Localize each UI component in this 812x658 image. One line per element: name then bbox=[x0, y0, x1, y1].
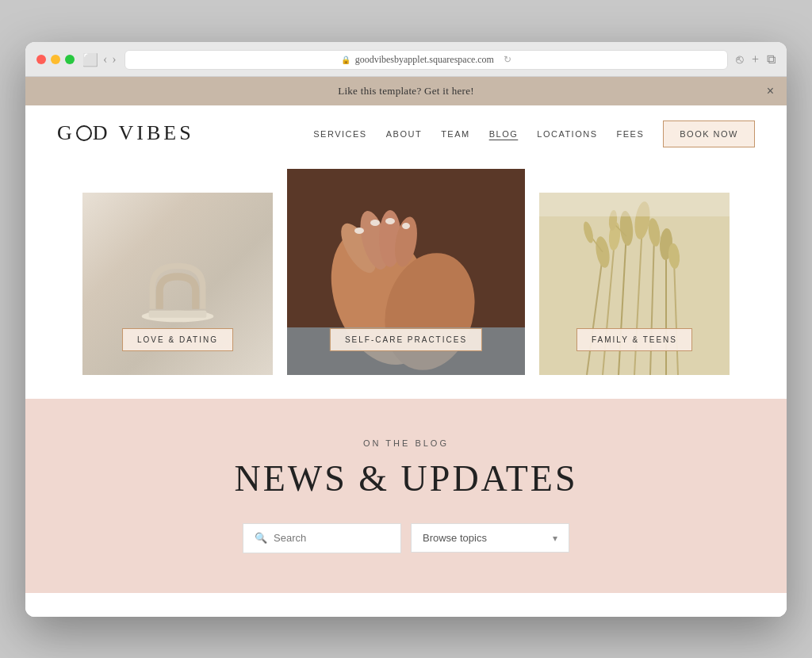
browser-chrome: ⬜ ‹ › 🔒 goodvibesbyapplet.squarespace.co… bbox=[25, 42, 787, 77]
nav-links: SERVICES ABOUT TEAM BLOG LOCATIONS FEES bbox=[313, 126, 755, 140]
navbar: GD VIBES SERVICES ABOUT TEAM BLOG LOCATI… bbox=[25, 105, 787, 161]
nav-link-team[interactable]: TEAM bbox=[441, 129, 470, 139]
nav-item-services[interactable]: SERVICES bbox=[313, 126, 366, 140]
nav-link-services[interactable]: SERVICES bbox=[313, 129, 366, 139]
search-input[interactable] bbox=[274, 532, 389, 544]
svg-rect-34 bbox=[539, 193, 730, 216]
browser-controls: ⬜ ‹ › bbox=[82, 52, 117, 67]
card-self-care[interactable]: SELF-CARE PRACTICES bbox=[287, 169, 525, 375]
blog-cards-section: LOVE & DATING bbox=[25, 169, 787, 375]
share-icon[interactable]: ⎋ bbox=[736, 52, 744, 67]
url-text: goodvibesbyapplet.squarespace.com bbox=[355, 54, 494, 66]
nav-link-fees[interactable]: FEES bbox=[617, 129, 645, 139]
nav-item-about[interactable]: ABOUT bbox=[386, 126, 422, 140]
maximize-window-button[interactable] bbox=[65, 55, 75, 64]
announcement-banner: Like this template? Get it here! × bbox=[25, 77, 787, 105]
nav-link-about[interactable]: ABOUT bbox=[386, 129, 422, 139]
browse-topics-label: Browse topics bbox=[423, 532, 487, 544]
sidebar-toggle-icon[interactable]: ⬜ bbox=[82, 52, 98, 67]
minimize-window-button[interactable] bbox=[51, 55, 60, 64]
svg-point-10 bbox=[354, 228, 364, 234]
svg-point-13 bbox=[402, 223, 410, 229]
new-tab-icon[interactable]: + bbox=[752, 52, 759, 67]
browser-actions: ⎋ + ⧉ bbox=[736, 52, 776, 67]
banner-text: Like this template? Get it here! bbox=[338, 85, 474, 98]
nav-item-team[interactable]: TEAM bbox=[441, 126, 470, 140]
search-icon: 🔍 bbox=[255, 532, 267, 545]
logo-circle-o bbox=[76, 125, 92, 141]
card-family-teens[interactable]: FAMILY & TEENS bbox=[539, 193, 730, 375]
chevron-down-icon: ▾ bbox=[553, 533, 557, 544]
nav-item-fees[interactable]: FEES bbox=[617, 126, 645, 140]
svg-point-11 bbox=[370, 220, 380, 226]
forward-button[interactable]: › bbox=[112, 52, 116, 67]
close-window-button[interactable] bbox=[36, 55, 46, 64]
card-family-label: FAMILY & TEENS bbox=[576, 328, 692, 351]
reload-icon[interactable]: ↻ bbox=[504, 54, 511, 66]
nav-item-book[interactable]: BOOK NOW bbox=[663, 126, 755, 140]
blog-subtitle: ON THE BLOG bbox=[57, 438, 755, 448]
bottom-strip bbox=[25, 593, 787, 617]
svg-point-12 bbox=[385, 218, 395, 224]
address-bar[interactable]: 🔒 goodvibesbyapplet.squarespace.com ↻ bbox=[124, 50, 728, 70]
card-self-care-label: SELF-CARE PRACTICES bbox=[330, 328, 482, 351]
blog-title: NEWS & UPDATES bbox=[57, 457, 755, 499]
arch-decoration bbox=[130, 244, 225, 323]
website-content: Like this template? Get it here! × GD VI… bbox=[25, 77, 787, 617]
svg-rect-1 bbox=[149, 310, 207, 317]
blog-section: ON THE BLOG NEWS & UPDATES 🔍 Browse topi… bbox=[25, 399, 787, 593]
lock-icon: 🔒 bbox=[341, 55, 350, 64]
browser-window: ⬜ ‹ › 🔒 goodvibesbyapplet.squarespace.co… bbox=[25, 42, 787, 617]
book-now-button[interactable]: BOOK NOW bbox=[663, 121, 755, 147]
nav-link-blog[interactable]: BLOG bbox=[489, 129, 519, 139]
card-love-dating[interactable]: LOVE & DATING bbox=[82, 193, 273, 375]
tabs-icon[interactable]: ⧉ bbox=[767, 52, 776, 67]
site-logo[interactable]: GD VIBES bbox=[57, 121, 194, 145]
card-love-label: LOVE & DATING bbox=[122, 328, 233, 351]
banner-close-button[interactable]: × bbox=[767, 84, 774, 98]
search-box[interactable]: 🔍 bbox=[243, 523, 401, 553]
traffic-lights bbox=[36, 55, 75, 64]
nav-item-locations[interactable]: LOCATIONS bbox=[537, 126, 597, 140]
blog-controls: 🔍 Browse topics ▾ bbox=[57, 523, 755, 553]
back-button[interactable]: ‹ bbox=[103, 52, 107, 67]
nav-link-locations[interactable]: LOCATIONS bbox=[537, 129, 597, 139]
browse-topics-dropdown[interactable]: Browse topics ▾ bbox=[411, 523, 569, 553]
nav-item-blog[interactable]: BLOG bbox=[489, 126, 519, 140]
